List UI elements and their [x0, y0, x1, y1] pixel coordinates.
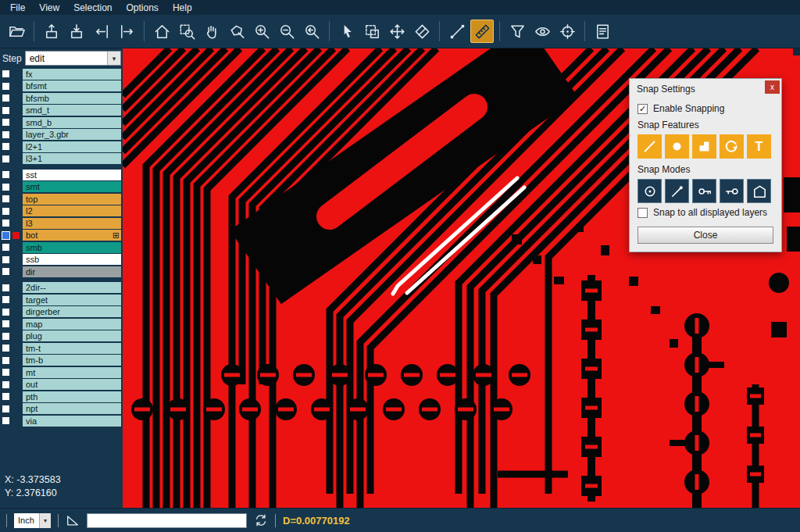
- snap-mode-center-button[interactable]: [638, 179, 662, 203]
- menu-item-file[interactable]: File: [3, 2, 32, 14]
- snap-mode-key-button[interactable]: [720, 179, 744, 203]
- snap-all-layers-checkbox[interactable]: [638, 208, 648, 218]
- snap-mode-point-button[interactable]: [665, 179, 689, 203]
- snap-feature-pad-button[interactable]: [665, 134, 689, 159]
- menu-item-options[interactable]: Options: [120, 2, 166, 14]
- layer-visibility-checkbox[interactable]: [2, 369, 9, 376]
- layer-visibility-checkbox[interactable]: [2, 208, 9, 215]
- pcb-viewport[interactable]: Snap Settings x ✓ Enable Snapping Snap F…: [123, 48, 800, 508]
- layer-visibility-checkbox[interactable]: [2, 119, 9, 126]
- layer-name[interactable]: smd_b: [23, 117, 121, 128]
- zoom-window-button[interactable]: [175, 20, 198, 43]
- line-tool-button[interactable]: [445, 20, 469, 43]
- enable-snapping-row[interactable]: ✓ Enable Snapping: [638, 103, 773, 114]
- export-up-button[interactable]: [40, 20, 63, 43]
- measure-input[interactable]: [87, 513, 247, 528]
- menu-item-help[interactable]: Help: [166, 2, 199, 14]
- layer-row-target[interactable]: target: [0, 294, 123, 306]
- chevron-down-icon[interactable]: ▾: [39, 513, 51, 528]
- layer-name[interactable]: via: [23, 416, 121, 427]
- layer-name[interactable]: l3: [23, 218, 121, 229]
- layer-row-via[interactable]: via: [0, 415, 123, 427]
- layer-name[interactable]: top: [23, 194, 121, 205]
- snap-mode-edge-button[interactable]: [692, 179, 716, 203]
- layer-name[interactable]: target: [23, 295, 121, 305]
- view-button[interactable]: [530, 20, 554, 43]
- layer-visibility-checkbox[interactable]: [2, 155, 9, 162]
- layer-visibility-checkbox[interactable]: [2, 171, 9, 178]
- layer-row-layer_3.gbr[interactable]: layer_3.gbr: [0, 129, 123, 141]
- layer-visibility-checkbox[interactable]: [2, 95, 9, 102]
- center-finder-button[interactable]: [555, 20, 579, 43]
- layer-row-bot[interactable]: bot⊞: [0, 230, 123, 242]
- zoom-in-button[interactable]: [250, 20, 273, 43]
- layer-name[interactable]: sst: [23, 170, 121, 180]
- layer-row-map[interactable]: map: [0, 318, 123, 330]
- zoom-out-button[interactable]: [275, 20, 298, 43]
- layer-row-top[interactable]: top: [0, 193, 123, 205]
- open-button[interactable]: [5, 20, 28, 43]
- unit-select[interactable]: Inch ▾: [14, 513, 51, 528]
- layer-row-l2+1[interactable]: l2+1: [0, 141, 123, 153]
- polygon-select-button[interactable]: [225, 20, 248, 43]
- close-icon[interactable]: x: [765, 80, 780, 94]
- layer-row-dir[interactable]: dir: [0, 266, 123, 278]
- zoom-previous-button[interactable]: [300, 20, 323, 43]
- layer-name[interactable]: smb: [23, 242, 121, 253]
- layer-visibility-checkbox[interactable]: [2, 296, 9, 303]
- layer-visibility-checkbox[interactable]: [2, 309, 9, 316]
- select-cursor-button[interactable]: [335, 20, 359, 43]
- layer-name[interactable]: bot⊞: [23, 230, 121, 241]
- layer-name[interactable]: l3+1: [23, 153, 121, 164]
- layer-visibility-checkbox[interactable]: [2, 320, 9, 327]
- report-button[interactable]: [591, 20, 614, 43]
- move-button[interactable]: [385, 20, 409, 43]
- close-button[interactable]: Close: [638, 227, 773, 244]
- chevron-down-icon[interactable]: ▾: [107, 52, 120, 65]
- layer-visibility-checkbox[interactable]: [2, 381, 9, 388]
- filter-button[interactable]: [505, 20, 529, 43]
- layer-visibility-checkbox[interactable]: [2, 417, 9, 424]
- pan-button[interactable]: [200, 20, 223, 43]
- mirror-button[interactable]: [410, 20, 434, 43]
- layer-visibility-checkbox[interactable]: [2, 357, 9, 364]
- layer-visibility-checkbox[interactable]: [2, 70, 9, 77]
- step-select[interactable]: edit ▾: [25, 51, 121, 66]
- layer-name[interactable]: mt: [23, 367, 121, 378]
- layer-visibility-checkbox[interactable]: [2, 184, 9, 191]
- import-down-button[interactable]: [65, 20, 88, 43]
- layer-row-fx[interactable]: fx: [0, 68, 123, 80]
- layer-row-npt[interactable]: npt: [0, 403, 123, 416]
- layer-visibility-checkbox[interactable]: [2, 268, 9, 275]
- layer-name[interactable]: ssb: [23, 254, 121, 265]
- layer-row-smd_t[interactable]: smd_t: [0, 105, 123, 117]
- layer-row-2dir--[interactable]: 2dir--: [0, 282, 123, 295]
- layer-visibility-checkbox[interactable]: [2, 195, 9, 202]
- apply-left-button[interactable]: [90, 20, 113, 43]
- layer-row-out[interactable]: out: [0, 379, 123, 391]
- layer-visibility-checkbox[interactable]: [2, 143, 9, 150]
- layer-row-l3+1[interactable]: l3+1: [0, 153, 123, 166]
- snap-all-layers-row[interactable]: Snap to all displayed layers: [638, 207, 773, 218]
- snap-feature-line-button[interactable]: [638, 134, 662, 159]
- layer-visibility-checkbox[interactable]: [2, 256, 9, 263]
- layer-name[interactable]: tm-t: [23, 343, 121, 354]
- angle-tool-icon[interactable]: [66, 513, 80, 527]
- snap-feature-text-button[interactable]: T: [747, 134, 771, 159]
- layer-row-mt[interactable]: mt: [0, 366, 123, 379]
- layer-visibility-checkbox[interactable]: [2, 232, 9, 239]
- layer-row-l3[interactable]: l3: [0, 217, 123, 230]
- home-button[interactable]: [150, 20, 173, 43]
- layer-name[interactable]: dirgerber: [23, 306, 121, 317]
- layer-name[interactable]: smd_t: [23, 105, 121, 116]
- measure-ruler-button[interactable]: [470, 20, 494, 43]
- layer-row-dirgerber[interactable]: dirgerber: [0, 306, 123, 319]
- layer-visibility-checkbox[interactable]: [2, 284, 9, 291]
- layer-row-smd_b[interactable]: smd_b: [0, 116, 123, 129]
- layer-name[interactable]: l2+1: [23, 141, 121, 152]
- layer-name[interactable]: pth: [23, 391, 121, 402]
- layer-name[interactable]: dir: [23, 266, 121, 277]
- layer-visibility-checkbox[interactable]: [2, 107, 9, 114]
- select-window-button[interactable]: [360, 20, 384, 43]
- layer-row-tm-t[interactable]: tm-t: [0, 342, 123, 355]
